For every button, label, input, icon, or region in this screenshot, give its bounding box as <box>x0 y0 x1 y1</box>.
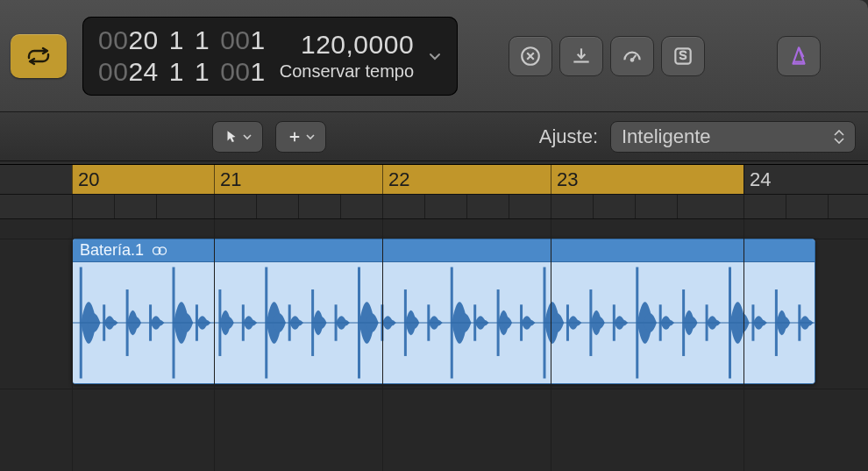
lcd-display[interactable]: 0020 1 1 001 0024 1 1 001 120,0000 Conse… <box>82 17 458 96</box>
ruler-bar-23[interactable]: 23 <box>551 165 578 194</box>
solo-button[interactable] <box>661 36 705 76</box>
lcd-menu-chevron[interactable] <box>424 49 445 63</box>
stereo-icon <box>151 245 168 257</box>
ruler-bar-24[interactable]: 24 <box>743 165 771 194</box>
cycle-button[interactable] <box>11 34 67 78</box>
lcd-position-end[interactable]: 0024 1 1 001 <box>98 57 266 87</box>
tempo-value[interactable]: 120,0000 <box>301 30 414 60</box>
tempo-mode[interactable]: Conservar tempo <box>280 61 414 82</box>
metronome-button[interactable] <box>777 36 821 76</box>
plus-icon <box>287 129 302 145</box>
circle-x-icon <box>519 45 542 68</box>
control-bar: 0020 1 1 001 0024 1 1 001 120,0000 Conse… <box>0 0 868 112</box>
region-header[interactable]: Batería.1 <box>73 239 815 262</box>
import-button[interactable] <box>559 36 603 76</box>
svg-point-1 <box>631 59 634 61</box>
ruler-bar-22[interactable]: 22 <box>382 165 409 194</box>
snap-value: Inteligente <box>622 125 711 148</box>
snap-select[interactable]: Inteligente <box>610 121 856 153</box>
pointer-tool-select[interactable] <box>212 121 263 153</box>
delete-button[interactable] <box>509 36 552 76</box>
region-name: Batería.1 <box>80 241 144 260</box>
add-tool-select[interactable] <box>275 121 326 153</box>
gauge-icon <box>621 45 644 68</box>
ruler-bar-21[interactable]: 21 <box>214 165 241 194</box>
cycle-icon <box>24 46 53 67</box>
audio-region[interactable]: Batería.1 <box>72 239 815 384</box>
tracks-header-bar: Ajuste: Inteligente <box>0 112 868 161</box>
ruler[interactable]: 2021222324 <box>0 161 868 219</box>
chevron-down-icon <box>306 132 315 141</box>
ruler-bar-20[interactable]: 20 <box>72 165 99 194</box>
metronome-icon <box>787 45 810 68</box>
lcd-position-start[interactable]: 0020 1 1 001 <box>98 25 266 55</box>
solo-s-icon <box>672 45 694 68</box>
chevron-down-icon <box>243 132 252 141</box>
tracks-area[interactable]: Batería.1 <box>0 219 868 471</box>
toolbar-button-group <box>505 32 708 80</box>
waveform <box>73 262 815 383</box>
chevron-down-icon <box>428 49 442 63</box>
pointer-icon <box>224 129 239 145</box>
snap-label: Ajuste: <box>539 125 598 148</box>
download-tray-icon <box>570 45 593 68</box>
stepper-icon <box>834 130 844 144</box>
speed-button[interactable] <box>610 36 654 76</box>
